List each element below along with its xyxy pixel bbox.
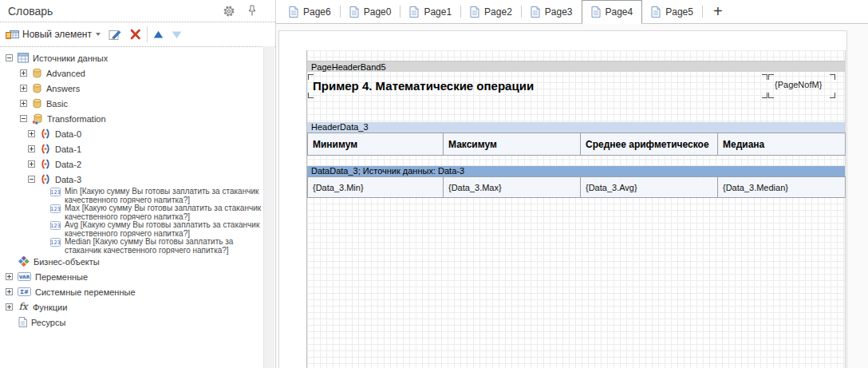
svg-text:Σ#: Σ# xyxy=(20,289,29,295)
tree-item-field-median[interactable]: 123 Median [Какую сумму Вы готовы заплат… xyxy=(0,237,264,254)
tab-page3[interactable]: Page3 xyxy=(522,0,582,23)
expand-expander[interactable] xyxy=(28,145,35,152)
collapse-expander[interactable] xyxy=(20,115,27,122)
dictionary-panel: Словарь xyxy=(0,0,276,368)
data-cell-min[interactable]: {Data_3.Min} xyxy=(307,176,444,198)
header-cell-median[interactable]: Медиана xyxy=(718,133,846,156)
report-page[interactable]: PageHeaderBand5 Пример 4. Математические… xyxy=(278,30,847,368)
expand-expander[interactable] xyxy=(6,273,13,280)
tab-page0[interactable]: Page0 xyxy=(341,0,400,23)
tab-label: Page6 xyxy=(303,6,331,18)
new-item-dropdown-caret[interactable] xyxy=(96,33,101,36)
page-icon xyxy=(470,6,479,18)
tree-item-resources[interactable]: Ресурсы xyxy=(0,315,264,330)
numeric-field-icon: 123 xyxy=(50,221,61,230)
expand-expander[interactable] xyxy=(6,288,13,295)
move-down-button[interactable] xyxy=(172,25,182,44)
edit-item-button[interactable] xyxy=(108,25,121,44)
expand-expander[interactable] xyxy=(28,160,35,168)
tab-page5[interactable]: Page5 xyxy=(642,0,702,23)
data-cell-median[interactable]: {Data_3.Median} xyxy=(718,176,846,198)
selection-corner xyxy=(762,93,767,98)
expand-expander[interactable] xyxy=(20,100,27,107)
svg-text:123: 123 xyxy=(50,239,60,246)
numeric-field-icon: 123 xyxy=(50,188,61,196)
tree-item-system-variables[interactable]: Σ# Системные переменные xyxy=(0,284,264,299)
tree-item-business-objects[interactable]: Бизнес-объекты xyxy=(0,254,264,269)
arrow-up-icon xyxy=(153,30,164,39)
expand-expander[interactable] xyxy=(6,303,13,311)
tree-item-data-1[interactable]: Data-1 xyxy=(0,141,264,156)
resources-document-icon xyxy=(18,317,27,327)
tree-item-data-3[interactable]: Data-3 xyxy=(0,172,264,187)
tree-item-basic[interactable]: Basic xyxy=(0,96,264,111)
panel-title: Словарь xyxy=(8,5,223,18)
business-objects-icon xyxy=(18,256,30,267)
tab-label: Page4 xyxy=(606,6,633,18)
tree-item-field-max[interactable]: 123 Max [Какую сумму Вы готовы заплатить… xyxy=(0,204,264,220)
design-surface[interactable]: PageHeaderBand5 Пример 4. Математические… xyxy=(306,50,846,368)
tab-page1[interactable]: Page1 xyxy=(400,0,460,23)
header-cell-max[interactable]: Максимум xyxy=(444,133,581,156)
data-cell-avg[interactable]: {Data_3.Avg} xyxy=(581,176,718,198)
header-cell-avg[interactable]: Среднее арифметическое xyxy=(581,133,718,156)
data-source-icon xyxy=(40,174,51,184)
delete-item-button[interactable] xyxy=(129,25,141,44)
tab-label: Page2 xyxy=(484,6,512,18)
database-transform-icon xyxy=(32,113,43,125)
header-data-band-label[interactable]: HeaderData_3 xyxy=(307,122,845,133)
dictionary-toolbar: Новый элемент xyxy=(0,22,275,47)
tree-item-data-0[interactable]: Data-0 xyxy=(0,126,264,141)
panel-scrollbar[interactable] xyxy=(263,46,274,368)
tree-item-field-min[interactable]: 123 Min [Какую сумму Вы готовы заплатить… xyxy=(0,187,264,204)
report-designer-screen: Словарь xyxy=(0,0,868,368)
tree-item-data-sources[interactable]: Источники данных xyxy=(0,50,264,65)
collapse-expander[interactable] xyxy=(6,54,13,61)
selection-corner xyxy=(768,74,774,80)
page-icon xyxy=(591,6,601,18)
expand-expander[interactable] xyxy=(20,69,27,77)
tree-item-data-2[interactable]: Data-2 xyxy=(0,156,264,172)
tab-page4-active[interactable]: Page4 xyxy=(582,0,643,24)
new-item-button[interactable] xyxy=(6,25,19,44)
variables-icon: VAR xyxy=(18,272,31,281)
selection-corner xyxy=(830,74,835,80)
data-cell-max[interactable]: {Data_3.Max} xyxy=(444,176,581,198)
arrow-down-icon xyxy=(172,30,182,39)
settings-button[interactable] xyxy=(223,2,235,21)
page-header-band-label[interactable]: PageHeaderBand5 xyxy=(307,61,845,72)
add-page-button[interactable]: + xyxy=(703,0,733,23)
tab-page6[interactable]: Page6 xyxy=(280,0,340,23)
tab-page2[interactable]: Page2 xyxy=(461,0,521,23)
collapse-expander[interactable] xyxy=(28,176,35,183)
pin-panel-button[interactable] xyxy=(248,2,256,21)
tree-item-advanced[interactable]: Advanced xyxy=(0,65,264,81)
expand-expander[interactable] xyxy=(20,85,27,92)
report-title: Пример 4. Математические операции xyxy=(308,74,767,97)
dictionary-tree: Источники данных Advanced xyxy=(0,46,264,368)
pin-icon xyxy=(248,5,256,17)
tree-item-functions[interactable]: fx Функции xyxy=(0,299,264,315)
data-band-label[interactable]: DataData_3; Источник данных: Data-3 xyxy=(307,166,845,176)
report-title-textbox[interactable]: Пример 4. Математические операции xyxy=(308,74,767,98)
svg-text:123: 123 xyxy=(50,189,60,196)
new-item-label[interactable]: Новый элемент xyxy=(22,29,92,40)
svg-text:123: 123 xyxy=(50,206,60,212)
tree-item-transformation[interactable]: Transformation xyxy=(0,111,264,126)
tree-item-answers[interactable]: Answers xyxy=(0,81,264,96)
page-counter-textbox[interactable]: {PageNofM} xyxy=(768,74,835,98)
expand-expander[interactable] xyxy=(28,130,35,137)
tree-item-field-avg[interactable]: 123 Avg [Какую сумму Вы готовы заплатить… xyxy=(0,220,264,237)
header-cell-min[interactable]: Минимум xyxy=(307,133,444,156)
page-icon xyxy=(651,6,661,18)
selection-corner xyxy=(762,74,767,80)
tab-label: Page5 xyxy=(665,6,693,18)
plus-icon: + xyxy=(713,2,723,21)
tab-label: Page0 xyxy=(364,6,392,18)
database-icon xyxy=(32,83,42,93)
page-icon xyxy=(531,6,540,18)
numeric-field-icon: 123 xyxy=(50,204,61,213)
tree-item-variables[interactable]: VAR Переменные xyxy=(0,269,264,284)
move-up-button[interactable] xyxy=(153,25,164,44)
dictionary-panel-header: Словарь xyxy=(0,0,275,22)
